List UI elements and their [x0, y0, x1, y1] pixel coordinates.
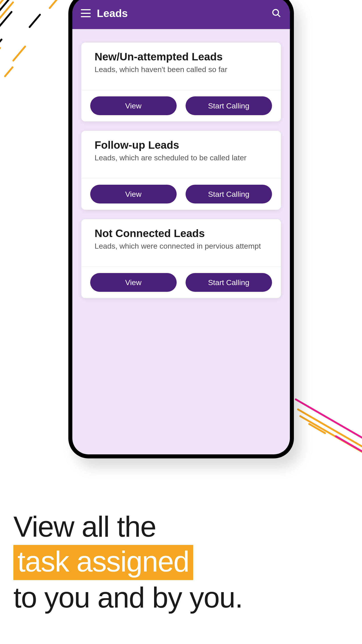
caption-line-3: to you and by you. — [13, 580, 242, 615]
svg-point-0 — [273, 10, 278, 16]
caption-line-1: View all the — [13, 509, 242, 544]
search-icon[interactable] — [272, 8, 281, 18]
view-button[interactable]: View — [90, 273, 177, 292]
lead-card-followup: Follow-up Leads Leads, which are schedul… — [81, 131, 281, 210]
menu-icon[interactable] — [81, 9, 91, 17]
view-button[interactable]: View — [90, 96, 177, 115]
lead-card-not-connected: Not Connected Leads Leads, which were co… — [81, 219, 281, 298]
start-calling-button[interactable]: Start Calling — [185, 185, 272, 204]
lead-card-new: New/Un-attempted Leads Leads, which have… — [81, 42, 281, 122]
start-calling-button[interactable]: Start Calling — [185, 273, 272, 292]
page-title: Leads — [97, 7, 265, 20]
app-header: Leads — [72, 0, 290, 29]
card-subtitle: Leads, which were connected in pervious … — [95, 242, 268, 250]
card-title: Not Connected Leads — [95, 227, 268, 240]
phone-frame: Leads New/Un-attempted Leads Leads, whic… — [68, 0, 294, 458]
view-button[interactable]: View — [90, 185, 177, 204]
marketing-caption: View all the task assigned to you and by… — [13, 509, 242, 615]
caption-highlight: task assigned — [13, 545, 193, 580]
svg-line-1 — [278, 14, 280, 17]
card-subtitle: Leads, which are scheduled to be called … — [95, 154, 268, 162]
start-calling-button[interactable]: Start Calling — [185, 96, 272, 115]
card-title: Follow-up Leads — [95, 139, 268, 151]
phone-screen: Leads New/Un-attempted Leads Leads, whic… — [72, 0, 290, 454]
card-title: New/Un-attempted Leads — [95, 50, 268, 63]
card-subtitle: Leads, which haven't been called so far — [95, 65, 268, 74]
content-area: New/Un-attempted Leads Leads, which have… — [72, 29, 290, 312]
